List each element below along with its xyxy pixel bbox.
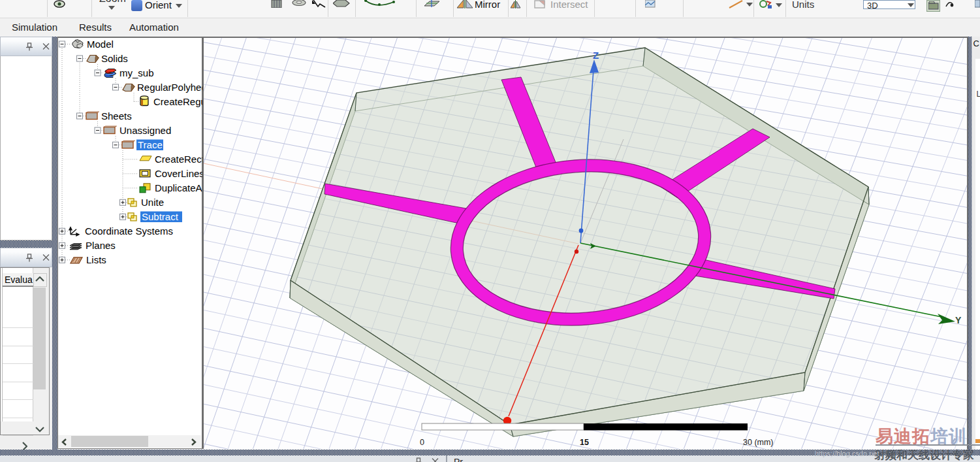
svg-text:my_sub: my_sub (119, 67, 154, 78)
svg-text:Coordinate Systems: Coordinate Systems (85, 225, 173, 237)
svg-text:Sheets: Sheets (101, 110, 132, 122)
svg-text:Trace: Trace (138, 139, 163, 150)
svg-text:CoverLines: CoverLines (155, 168, 203, 179)
svg-text:Solids: Solids (101, 53, 128, 64)
svg-text:Y: Y (955, 315, 962, 325)
svg-text:Planes: Planes (86, 240, 116, 251)
svg-text:Lists: Lists (86, 254, 106, 265)
svg-text:Unite: Unite (141, 197, 164, 208)
svg-text:Z: Z (593, 50, 599, 61)
svg-text:RegularPolyhed: RegularPolyhed (137, 82, 203, 93)
svg-text:DuplicateArou: DuplicateArou (155, 182, 203, 193)
svg-text:Unassigned: Unassigned (119, 125, 171, 136)
svg-text:CreateRegularP: CreateRegularP (153, 96, 203, 107)
svg-text:30 (mm): 30 (mm) (743, 438, 774, 447)
svg-text:0: 0 (420, 438, 424, 447)
svg-text:15: 15 (580, 438, 589, 447)
svg-text:CreateRectangl: CreateRectangl (155, 154, 203, 165)
svg-text:Subtract: Subtract (142, 211, 179, 222)
svg-text:Model: Model (87, 39, 114, 50)
